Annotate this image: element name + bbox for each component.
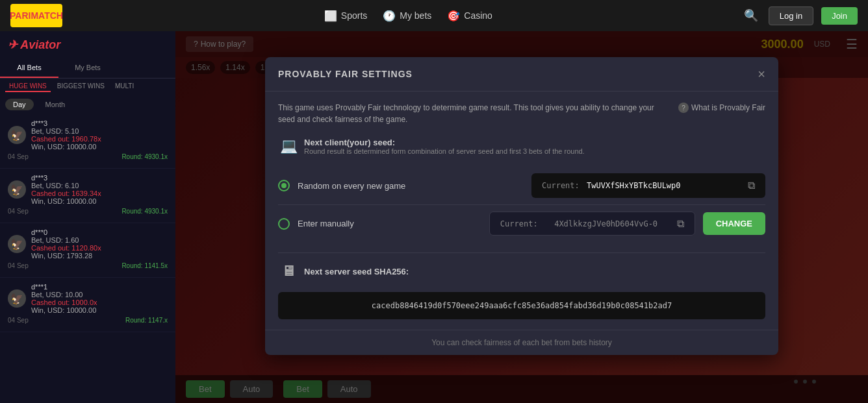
- avatar: 🦅: [8, 180, 26, 199]
- copy-icon[interactable]: ⧉: [748, 180, 755, 191]
- avatar: 🦅: [8, 289, 26, 308]
- list-item: 🦅 d***3 Bet, USD: 6.10 Cashed out: 1639.…: [0, 169, 175, 223]
- random-seed-row: Random on every new game Current: TwUVXf…: [278, 167, 765, 205]
- seed-text: Current: TwUVXfSHxYBTkcBULwp0: [542, 181, 681, 190]
- nav-right: 🔍 Log in Join: [741, 6, 858, 25]
- tab-extra[interactable]: [117, 58, 175, 78]
- tab-multi[interactable]: MULTI: [111, 81, 138, 92]
- modal-title: PROVABLY FAIR SETTINGS: [278, 69, 413, 79]
- bet-win: Win, USD: 10000.00: [31, 306, 168, 314]
- aviator-logo: ✈ Aviator: [8, 38, 60, 52]
- nav-links: ⬜ Sports 🕐 My bets 🎯 Casino: [75, 9, 741, 22]
- bet-username: d***1: [31, 283, 168, 291]
- nav-sports[interactable]: ⬜ Sports: [324, 9, 367, 22]
- server-icon: 🖥: [278, 261, 299, 282]
- change-button[interactable]: CHANGE: [703, 212, 765, 235]
- bet-details: d***1 Bet, USD: 10.00 Cashed out: 1000.0…: [31, 283, 168, 314]
- seed-prefix: Current:: [542, 181, 580, 190]
- tab-all-bets[interactable]: All Bets: [0, 58, 58, 78]
- tab-huge-wins[interactable]: HUGE WINS: [5, 81, 51, 92]
- login-button[interactable]: Log in: [769, 6, 813, 25]
- bet-user-row: 🦅 d***0 Bet, USD: 1.60 Cashed out: 1120.…: [8, 228, 168, 260]
- win-tabs: HUGE WINS BIGGEST WINS MULTI: [0, 79, 175, 95]
- manual-seed-input[interactable]: Current: 4XdlkkzgJVe0hD604VvG-0 ⧉: [489, 212, 695, 236]
- bet-amount: Bet, USD: 10.00: [31, 291, 168, 299]
- bet-round: Round: 1141.5x: [121, 262, 168, 272]
- bet-win: Win, USD: 1793.28: [31, 252, 168, 260]
- clock-icon: 🕐: [383, 9, 396, 22]
- search-icon[interactable]: 🔍: [741, 6, 761, 25]
- main-content: ✈ Aviator All Bets My Bets HUGE WINS BIG…: [0, 31, 868, 403]
- tab-my-bets[interactable]: My Bets: [58, 58, 117, 78]
- manual-seed-row: Enter manually Current: 4XdlkkzgJVe0hD60…: [278, 205, 765, 242]
- bet-details: d***3 Bet, USD: 5.10 Cashed out: 1960.78…: [31, 119, 168, 151]
- bet-amount: Bet, USD: 6.10: [31, 182, 168, 189]
- bet-round: Round: 4930.1x: [121, 208, 168, 217]
- time-tab-day[interactable]: Day: [5, 99, 34, 110]
- bet-amount: Bet, USD: 5.10: [31, 127, 168, 135]
- laptop-icon: 💻: [278, 136, 299, 156]
- bet-date: 04 Sep: [8, 153, 29, 160]
- bet-round: Round: 1147.x: [125, 317, 168, 326]
- server-seed-hash: cacedb8846419d0f570eee249aaa6cfc85e36ad8…: [278, 292, 765, 319]
- copy-manual-icon[interactable]: ⧉: [677, 217, 684, 230]
- bet-username: d***3: [31, 119, 168, 127]
- parimatch-logo: PARI MATCH: [10, 4, 62, 27]
- manual-seed-prefix: Current:: [500, 219, 538, 228]
- bet-date: 04 Sep: [8, 262, 29, 269]
- modal-description-text: This game uses Provably Fair technology …: [278, 102, 668, 125]
- what-is-provably-fair-link[interactable]: What is Provably Fair: [678, 102, 765, 114]
- bet-date: 04 Sep: [8, 208, 29, 215]
- bet-round: Round: 4930.1x: [121, 153, 168, 163]
- bet-cashout: Cashed out: 1120.80x: [31, 244, 168, 252]
- server-seed-section: 🖥 Next server seed SHA256: cacedb8846419…: [278, 261, 765, 319]
- bet-details: d***0 Bet, USD: 1.60 Cashed out: 1120.80…: [31, 228, 168, 260]
- logo-text2: MATCH: [31, 10, 63, 21]
- bets-tabs: All Bets My Bets: [0, 58, 175, 79]
- radio-manual[interactable]: [278, 218, 290, 230]
- list-item: 🦅 d***1 Bet, USD: 10.00 Cashed out: 1000…: [0, 278, 175, 332]
- join-button[interactable]: Join: [821, 7, 858, 25]
- aviator-header: ✈ Aviator: [0, 31, 175, 58]
- avatar: 🦅: [8, 235, 26, 253]
- client-seed-section: 💻 Next client(your) seed: Round result i…: [278, 136, 765, 242]
- time-tab-month[interactable]: Month: [38, 99, 73, 110]
- bet-user-row: 🦅 d***3 Bet, USD: 5.10 Cashed out: 1960.…: [8, 119, 168, 151]
- server-seed-header: 🖥 Next server seed SHA256:: [278, 261, 765, 282]
- tab-biggest-wins[interactable]: BIGGEST WINS: [53, 81, 108, 92]
- bet-date: 04 Sep: [8, 317, 29, 324]
- footer-text: You can check fairness of each bet from …: [431, 338, 612, 347]
- seed-value: TwUVXfSHxYBTkcBULwp0: [587, 181, 681, 190]
- bet-win: Win, USD: 10000.00: [31, 197, 168, 205]
- bet-username: d***0: [31, 228, 168, 236]
- client-seed-label: Next client(your) seed:: [304, 138, 585, 147]
- bet-user-row: 🦅 d***3 Bet, USD: 6.10 Cashed out: 1639.…: [8, 174, 168, 205]
- logo-text: PARI: [10, 10, 31, 21]
- casino-icon: 🎯: [447, 9, 460, 22]
- client-seed-header: 💻 Next client(your) seed: Round result i…: [278, 136, 765, 156]
- modal-overlay: PROVABLY FAIR SETTINGS × This game uses …: [175, 31, 868, 403]
- avatar: 🦅: [8, 126, 26, 144]
- mybets-label: My bets: [400, 10, 431, 21]
- casino-label: Casino: [464, 10, 492, 21]
- sports-label: Sports: [341, 10, 367, 21]
- current-seed-display: Current: TwUVXfSHxYBTkcBULwp0 ⧉: [531, 173, 765, 198]
- game-panel: ? How to play? 3000.00 USD ☰ 1.56x 1.14x…: [175, 31, 868, 403]
- provably-fair-modal: PROVABLY FAIR SETTINGS × This game uses …: [265, 57, 778, 355]
- bet-details: d***3 Bet, USD: 6.10 Cashed out: 1639.34…: [31, 174, 168, 205]
- divider: [278, 252, 765, 253]
- sports-icon: ⬜: [324, 9, 337, 22]
- modal-footer: You can check fairness of each bet from …: [265, 330, 778, 355]
- bet-win: Win, USD: 10000.00: [31, 143, 168, 151]
- nav-mybets[interactable]: 🕐 My bets: [383, 9, 431, 22]
- bet-amount: Bet, USD: 1.60: [31, 236, 168, 244]
- random-label: Random on every new game: [298, 181, 524, 191]
- list-item: 🦅 d***0 Bet, USD: 1.60 Cashed out: 1120.…: [0, 223, 175, 278]
- nav-casino[interactable]: 🎯 Casino: [447, 9, 492, 22]
- server-seed-label: Next server seed SHA256:: [304, 267, 409, 276]
- modal-header: PROVABLY FAIR SETTINGS ×: [265, 57, 778, 92]
- modal-close-button[interactable]: ×: [758, 67, 765, 80]
- radio-random[interactable]: [278, 180, 290, 191]
- bet-username: d***3: [31, 174, 168, 182]
- top-navigation: PARI MATCH ⬜ Sports 🕐 My bets 🎯 Casino 🔍…: [0, 0, 868, 31]
